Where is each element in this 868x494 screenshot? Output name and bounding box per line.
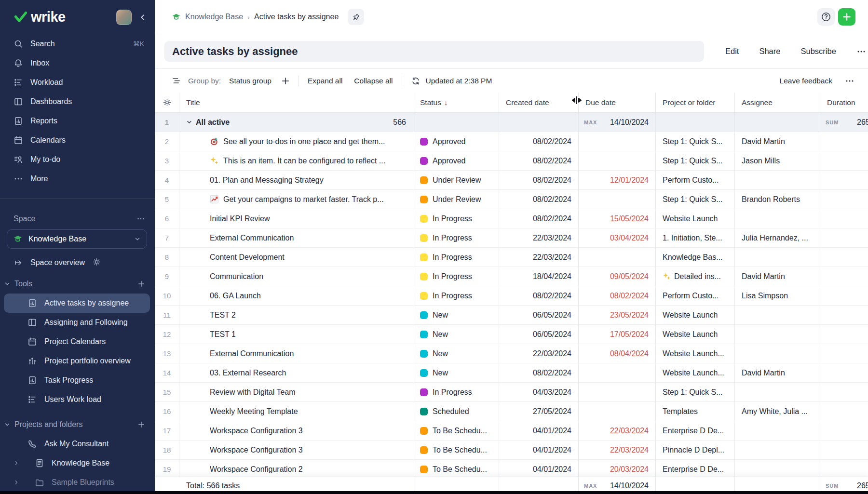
duration-cell[interactable]: [820, 441, 868, 460]
sidebar-item-reports[interactable]: Reports: [0, 111, 155, 131]
due-date-cell[interactable]: [579, 132, 656, 151]
group-by-value[interactable]: Status group: [229, 77, 271, 85]
group-row[interactable]: 1All active566MAX14/10/2024SUM265: [155, 113, 868, 132]
task-title-cell[interactable]: Weekly Meeting Template: [179, 402, 413, 421]
table-row[interactable]: 7External CommunicationIn Progress22/03/…: [155, 228, 868, 248]
due-date-cell[interactable]: 08/02/2024: [579, 286, 656, 306]
task-title-cell[interactable]: Workspace Configuration 2: [179, 460, 413, 477]
created-date-cell[interactable]: 22/03/2024: [499, 228, 579, 248]
share-button[interactable]: Share: [759, 47, 780, 56]
created-date-cell[interactable]: 08/02/2024: [499, 132, 579, 151]
status-cell[interactable]: In Progress: [413, 248, 499, 267]
created-date-cell[interactable]: 22/03/2024: [499, 248, 579, 267]
tools-section-header[interactable]: Tools: [0, 274, 155, 294]
task-title-cell[interactable]: Communication: [179, 267, 413, 286]
table-row[interactable]: 1006. GA LaunchIn Progress08/02/202408/0…: [155, 286, 868, 306]
avatar[interactable]: [116, 10, 132, 25]
table-row[interactable]: 18Workspace Configuration 3To Be Schedu.…: [155, 441, 868, 460]
task-title-cell[interactable]: Get your campaigns to market faster. Tra…: [179, 190, 413, 209]
assignee-cell[interactable]: Lisa Simpson: [735, 286, 820, 306]
table-row[interactable]: 3This is an item. It can be configured t…: [155, 151, 868, 171]
table-row[interactable]: 6Initial KPI ReviewIn Progress08/02/2024…: [155, 209, 868, 228]
duration-cell[interactable]: [820, 132, 868, 151]
subscribe-button[interactable]: Subscribe: [800, 47, 836, 56]
duration-cell[interactable]: [820, 306, 868, 325]
assignee-cell[interactable]: [735, 248, 820, 267]
created-date-cell[interactable]: 08/02/2024: [499, 286, 579, 306]
table-row[interactable]: 5Get your campaigns to market faster. Tr…: [155, 190, 868, 209]
created-date-cell[interactable]: 08/02/2024: [499, 171, 579, 190]
duration-cell[interactable]: [820, 402, 868, 421]
assignee-cell[interactable]: Julia Hernandez, ...: [735, 228, 820, 248]
assignee-cell[interactable]: [735, 209, 820, 228]
created-date-cell[interactable]: 08/02/2024: [499, 151, 579, 171]
sidebar-item-ask-my-consultant[interactable]: Ask My Consultant: [0, 434, 155, 454]
created-date-cell[interactable]: 08/02/2024: [499, 209, 579, 228]
task-title-cell[interactable]: TEST 1: [179, 325, 413, 344]
expand-all-button[interactable]: Expand all: [308, 77, 342, 85]
project-cell[interactable]: Website Launch: [656, 325, 735, 344]
assignee-cell[interactable]: David Martin: [735, 132, 820, 151]
table-row[interactable]: 12TEST 1New06/05/202417/05/2024Website L…: [155, 325, 868, 344]
assignee-cell[interactable]: David Martin: [735, 267, 820, 286]
sidebar-item-search[interactable]: Search⌘K: [0, 34, 155, 53]
project-cell[interactable]: Templates: [656, 402, 735, 421]
status-cell[interactable]: To Be Schedu...: [413, 441, 499, 460]
task-title-cell[interactable]: Initial KPI Review: [179, 209, 413, 228]
created-date-cell[interactable]: 22/03/2024: [499, 344, 579, 363]
sidebar-item-task-progress[interactable]: Task Progress: [0, 371, 155, 390]
sidebar-item-more[interactable]: More: [0, 169, 155, 188]
task-title-cell[interactable]: Review with Digital Team: [179, 383, 413, 402]
add-project-icon[interactable]: [137, 421, 145, 428]
due-date-cell[interactable]: 22/03/2024: [579, 441, 656, 460]
chevron-down-icon[interactable]: [186, 119, 192, 125]
due-date-cell[interactable]: 17/05/2024: [579, 325, 656, 344]
project-cell[interactable]: Knowledge Bas...: [656, 248, 735, 267]
task-title-cell[interactable]: Workspace Configuration 3: [179, 441, 413, 460]
project-cell[interactable]: Pinnacle D Depl...: [656, 441, 735, 460]
table-row[interactable]: 11TEST 2New06/05/202423/05/2024Website L…: [155, 306, 868, 325]
duration-cell[interactable]: [820, 286, 868, 306]
duration-cell[interactable]: [820, 344, 868, 363]
status-cell[interactable]: New: [413, 344, 499, 363]
column-header-project-or-folder[interactable]: Project or folder: [656, 93, 735, 112]
project-cell[interactable]: Step 1: Quick S...: [656, 190, 735, 209]
duration-cell[interactable]: [820, 267, 868, 286]
space-overview-gear-icon[interactable]: [92, 257, 101, 268]
table-row[interactable]: 15Review with Digital TeamIn Progress04/…: [155, 383, 868, 402]
breadcrumb-space[interactable]: Knowledge Base: [185, 13, 243, 21]
status-cell[interactable]: Under Review: [413, 190, 499, 209]
project-cell[interactable]: Step 1: Quick S...: [656, 383, 735, 402]
sidebar-item-sample-blueprints[interactable]: Sample Blueprints: [0, 473, 155, 492]
due-date-cell[interactable]: [579, 151, 656, 171]
assignee-cell[interactable]: Brandon Roberts: [735, 190, 820, 209]
duration-cell[interactable]: [820, 248, 868, 267]
column-header-duration[interactable]: Duration: [820, 93, 868, 112]
status-cell[interactable]: Approved: [413, 132, 499, 151]
sidebar-item-inbox[interactable]: Inbox: [0, 53, 155, 73]
task-title-cell[interactable]: Workspace Configuration 3: [179, 421, 413, 441]
column-header-assignee[interactable]: Assignee: [735, 93, 820, 112]
duration-cell[interactable]: [820, 383, 868, 402]
sidebar-item-knowledge-base[interactable]: Knowledge Base: [0, 454, 155, 473]
project-cell[interactable]: 1. Initiation, Ste...: [656, 228, 735, 248]
table-row[interactable]: 1403. External ResearchNew08/02/2024Webs…: [155, 363, 868, 383]
sidebar-item-calendars[interactable]: Calendars: [0, 131, 155, 150]
due-date-cell[interactable]: 23/05/2024: [579, 306, 656, 325]
status-cell[interactable]: To Be Schedu...: [413, 460, 499, 477]
column-header-due-date[interactable]: Due date: [579, 93, 656, 112]
task-title-cell[interactable]: See all your to-dos in one place and get…: [179, 132, 413, 151]
status-cell[interactable]: New: [413, 363, 499, 383]
table-row[interactable]: 19Workspace Configuration 2To Be Schedu.…: [155, 460, 868, 477]
project-cell[interactable]: Perform Custo...: [656, 171, 735, 190]
task-title-cell[interactable]: 03. External Research: [179, 363, 413, 383]
assignee-cell[interactable]: Jason Mills: [735, 151, 820, 171]
add-tool-icon[interactable]: [137, 280, 145, 288]
assignee-cell[interactable]: [735, 460, 820, 477]
due-date-cell[interactable]: 08/04/2024: [579, 344, 656, 363]
project-cell[interactable]: Enterprise D De...: [656, 460, 735, 477]
due-date-cell[interactable]: 15/05/2024: [579, 209, 656, 228]
space-more-icon[interactable]: [136, 214, 145, 223]
assignee-cell[interactable]: [735, 325, 820, 344]
add-button[interactable]: [838, 8, 855, 26]
